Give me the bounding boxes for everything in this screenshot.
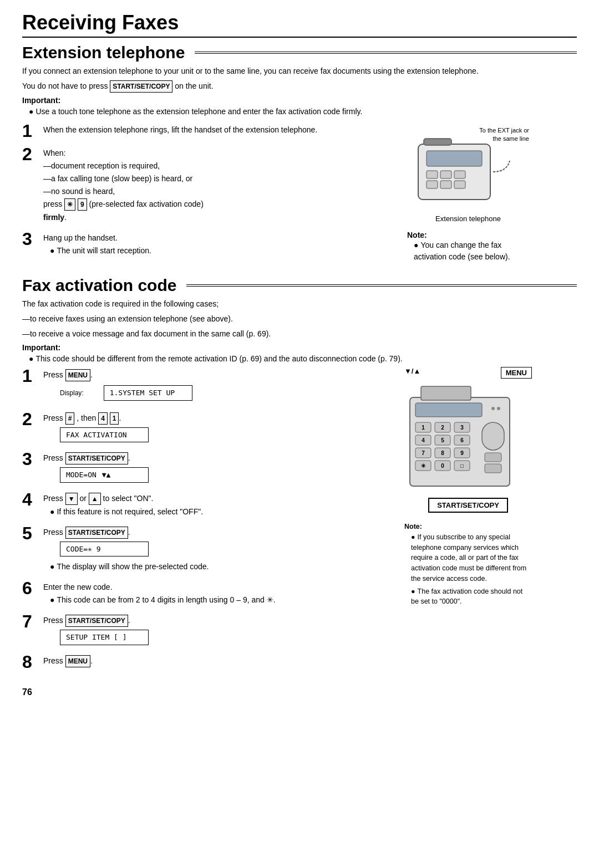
svg-rect-38	[482, 422, 504, 450]
four-kbd: 4	[98, 412, 108, 425]
svg-text:□: □	[460, 463, 464, 469]
svg-rect-6	[427, 181, 438, 188]
one-kbd: 1	[110, 412, 119, 425]
fax-step-5-content: Press START/SET/COPY. CODE=✳ 9 The displ…	[43, 524, 348, 574]
display-row-1: Display: 1.SYSTEM SET UP	[60, 383, 348, 403]
ext-step-2: 2 When: —document reception is required,…	[22, 145, 348, 224]
fax-step-2-num: 2	[22, 410, 43, 428]
fax-step-1: 1 Press MENU. Display: 1.SYSTEM SET UP	[22, 367, 348, 405]
svg-rect-2	[427, 151, 482, 166]
fax-step-5-bullet: The display will show the pre-selected c…	[43, 561, 348, 573]
fax-step-7-content: Press START/SET/COPY. SETUP ITEM [ ]	[43, 612, 348, 647]
extension-telephone-heading: Extension telephone	[22, 43, 577, 62]
ext-step-1-content: When the extension telephone rings, lift…	[43, 122, 348, 137]
page-number: 76	[22, 687, 577, 697]
down-kbd: ▼	[65, 493, 78, 505]
start-set-kbd-7: START/SET/COPY	[65, 615, 128, 627]
display-box-5: CODE=✳ 9	[60, 542, 149, 557]
fax-step-5: 5 Press START/SET/COPY. CODE=✳ 9 The dis…	[22, 524, 348, 574]
fax-step-4: 4 Press ▼ or ▲ to select "ON". If this f…	[22, 491, 348, 519]
fax-step-2-content: Press # , then 4 1. FAX ACTIVATION	[43, 410, 348, 445]
device-top: ▼/▲ MENU	[404, 367, 532, 379]
important-label-2: Important:	[22, 343, 577, 352]
device-illustration: ▼/▲ MENU 1	[404, 367, 532, 609]
line-indicator: To the EXT jack or the same line	[479, 126, 529, 144]
extension-left-col: 1 When the extension telephone rings, li…	[22, 122, 348, 265]
fax-step-6-num: 6	[22, 579, 43, 597]
fax-steps-left: 1 Press MENU. Display: 1.SYSTEM SET UP 2…	[22, 367, 348, 676]
svg-text:3: 3	[460, 425, 464, 431]
svg-rect-11	[415, 403, 482, 417]
up-kbd: ▲	[89, 493, 101, 505]
fax-activation-section: Fax activation code The fax activation c…	[22, 276, 577, 676]
fax-step-3: 3 Press START/SET/COPY. MODE=ON ▼▲	[22, 450, 348, 485]
important-bullet-2: This code should be different from the r…	[22, 353, 577, 365]
svg-rect-40	[485, 464, 501, 473]
menu-kbd-1: MENU	[65, 369, 90, 381]
start-set-kbd-3: START/SET/COPY	[65, 452, 128, 464]
important-bullet-1: Use a touch tone telephone as the extens…	[22, 106, 577, 118]
fax-step-7: 7 Press START/SET/COPY. SETUP ITEM [ ]	[22, 612, 348, 647]
fax-intro-1: The fax activation code is required in t…	[22, 298, 577, 310]
svg-point-13	[497, 407, 500, 410]
svg-rect-4	[440, 171, 451, 178]
ext-step-3: 3 Hang up the handset. The unit will sta…	[22, 230, 348, 258]
fax-step-4-content: Press ▼ or ▲ to select "ON". If this fea…	[43, 491, 348, 519]
fax-step-5-num: 5	[22, 524, 43, 542]
svg-text:5: 5	[441, 437, 444, 443]
ext-step-2-num: 2	[22, 145, 43, 163]
fax-steps-area: 1 Press MENU. Display: 1.SYSTEM SET UP 2…	[22, 367, 577, 676]
svg-text:✳: ✳	[421, 463, 426, 469]
start-set-kbd-5: START/SET/COPY	[65, 527, 128, 539]
fax-step-6-content: Enter the new code. This code can be fro…	[43, 579, 348, 607]
svg-text:2: 2	[441, 425, 444, 431]
phone-diagram-area: To the EXT jack or the same line	[407, 122, 529, 212]
arrow-label: ▼/▲	[404, 367, 420, 375]
fax-step-8-content: Press MENU.	[43, 653, 348, 668]
device-note-bullet-1: If you subscribe to any special telephon…	[404, 532, 532, 584]
important-label-1: Important:	[22, 96, 577, 105]
ext-telephone-label: Extension telephone	[435, 215, 501, 223]
fax-device-svg: 1 2 3 4 5 6 7 8	[404, 381, 526, 492]
fax-step-3-num: 3	[22, 450, 43, 468]
menu-display-btn: MENU	[501, 367, 532, 379]
svg-point-12	[491, 407, 495, 410]
fax-step-7-num: 7	[22, 612, 43, 630]
svg-text:8: 8	[441, 450, 444, 456]
fax-step-1-content: Press MENU. Display: 1.SYSTEM SET UP	[43, 367, 348, 405]
start-set-copy-device-btn: START/SET/COPY	[428, 498, 508, 513]
svg-rect-39	[485, 453, 501, 462]
intro-text-1: If you connect an extension telephone to…	[22, 65, 577, 77]
intro-text-2: You do not have to press START/SET/COPY …	[22, 80, 577, 93]
ext-step-2-content: When: —document reception is required, —…	[43, 145, 348, 224]
fax-activation-heading: Fax activation code	[22, 276, 577, 295]
svg-rect-3	[427, 171, 438, 178]
fax-step-1-num: 1	[22, 367, 43, 385]
fax-intro-2: —to receive faxes using an extension tel…	[22, 313, 577, 325]
svg-rect-5	[454, 171, 465, 178]
svg-rect-8	[454, 181, 465, 188]
start-set-copy-inline-kbd: START/SET/COPY	[110, 80, 172, 93]
ext-note-bullet: You can change the fax activation code (…	[407, 239, 529, 263]
fax-step-6-bullet: This code can be from 2 to 4 digits in l…	[43, 594, 348, 606]
svg-text:6: 6	[460, 437, 464, 443]
extension-telephone-section: Extension telephone If you connect an ex…	[22, 43, 577, 265]
ext-step-1-num: 1	[22, 122, 43, 140]
fax-step-6: 6 Enter the new code. This code can be f…	[22, 579, 348, 607]
fax-step-8: 8 Press MENU.	[22, 653, 348, 671]
display-box-7: SETUP ITEM [ ]	[60, 630, 149, 645]
svg-text:0: 0	[441, 463, 444, 469]
extension-two-col: 1 When the extension telephone rings, li…	[22, 122, 577, 265]
display-box-3: MODE=ON ▼▲	[60, 467, 149, 483]
fax-intro-3: —to receive a voice message and fax docu…	[22, 328, 577, 340]
svg-rect-7	[440, 181, 451, 188]
fax-steps-right: ▼/▲ MENU 1	[359, 367, 577, 676]
ext-step-1: 1 When the extension telephone rings, li…	[22, 122, 348, 140]
hash-kbd: #	[65, 412, 75, 425]
ext-step-3-content: Hang up the handset. The unit will start…	[43, 230, 348, 258]
fax-step-3-content: Press START/SET/COPY. MODE=ON ▼▲	[43, 450, 348, 485]
fax-step-4-bullet: If this feature is not required, select …	[43, 506, 348, 518]
nine-key: 9	[78, 198, 87, 211]
star-key: ✳	[64, 198, 75, 211]
menu-kbd-8: MENU	[65, 655, 90, 667]
